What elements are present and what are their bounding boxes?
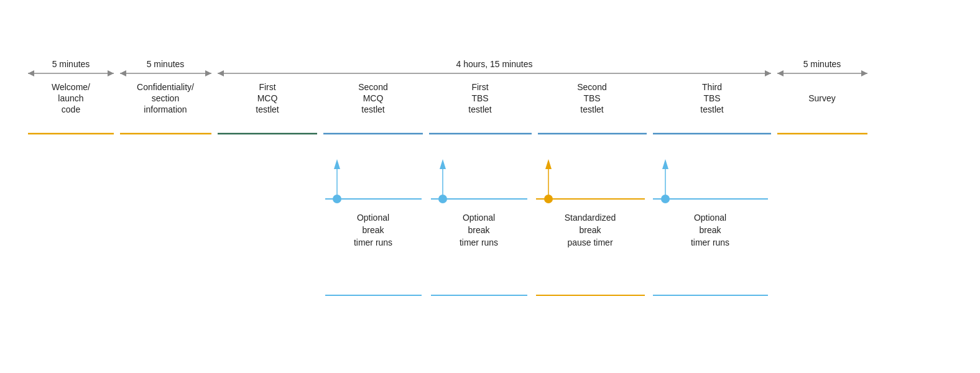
svg-text:TBS: TBS <box>703 93 720 103</box>
label-third-tbs: Third <box>702 82 722 92</box>
svg-text:5 minutes: 5 minutes <box>52 59 90 69</box>
svg-marker-13 <box>777 70 784 76</box>
svg-point-63 <box>661 195 670 203</box>
duration-main: 4 hours, 15 minutes <box>218 59 771 76</box>
svg-marker-9 <box>218 70 224 76</box>
svg-text:TBS: TBS <box>583 93 600 103</box>
svg-point-56 <box>544 195 553 203</box>
svg-text:section: section <box>152 93 179 103</box>
svg-marker-10 <box>765 70 771 76</box>
svg-text:testlet: testlet <box>700 104 723 114</box>
svg-text:timer runs: timer runs <box>354 237 392 247</box>
svg-point-49 <box>438 195 447 203</box>
svg-text:testlet: testlet <box>580 104 603 114</box>
label-second-mcq: Second <box>358 82 387 92</box>
label-confidentiality: Confidentiality/ <box>137 82 194 92</box>
svg-marker-62 <box>662 159 668 169</box>
svg-text:launch: launch <box>58 93 83 103</box>
svg-text:break: break <box>362 225 384 235</box>
svg-marker-55 <box>545 159 552 169</box>
svg-text:testlet: testlet <box>468 104 491 114</box>
svg-text:TBS: TBS <box>471 93 488 103</box>
svg-text:testlet: testlet <box>361 104 384 114</box>
svg-text:5 minutes: 5 minutes <box>147 59 185 69</box>
svg-marker-14 <box>861 70 867 76</box>
svg-text:4 hours, 15 minutes: 4 hours, 15 minutes <box>456 59 533 69</box>
duration-confidentiality: 5 minutes <box>120 59 211 76</box>
label-first-mcq: First <box>259 82 275 92</box>
break-label-3: Standardized <box>565 213 616 223</box>
timeline-svg: 5 minutes 5 minutes 4 hours, 15 minutes … <box>0 0 980 373</box>
svg-text:code: code <box>62 104 81 114</box>
svg-text:5 minutes: 5 minutes <box>803 59 841 69</box>
break-label-4: Optional <box>694 213 726 223</box>
svg-text:break: break <box>699 225 721 235</box>
break-label-2: Optional <box>463 213 495 223</box>
svg-text:break: break <box>579 225 601 235</box>
svg-text:timer runs: timer runs <box>460 237 498 247</box>
svg-marker-2 <box>108 70 114 76</box>
break-label-1: Optional <box>357 213 389 223</box>
svg-text:information: information <box>144 104 187 114</box>
svg-text:MCQ: MCQ <box>257 93 278 103</box>
label-survey: Survey <box>808 93 836 103</box>
label-first-tbs: First <box>471 82 488 92</box>
svg-text:pause timer: pause timer <box>567 237 612 247</box>
svg-text:timer runs: timer runs <box>691 237 729 247</box>
diagram-container: 5 minutes 5 minutes 4 hours, 15 minutes … <box>0 0 980 373</box>
svg-text:break: break <box>468 225 490 235</box>
svg-marker-5 <box>120 70 126 76</box>
svg-marker-41 <box>334 159 340 169</box>
svg-marker-1 <box>28 70 34 76</box>
duration-survey: 5 minutes <box>777 59 867 76</box>
svg-marker-48 <box>440 159 446 169</box>
svg-text:testlet: testlet <box>256 104 279 114</box>
svg-point-42 <box>333 195 341 203</box>
svg-marker-6 <box>205 70 211 76</box>
svg-text:MCQ: MCQ <box>363 93 384 103</box>
duration-welcome: 5 minutes <box>28 59 114 76</box>
label-second-tbs: Second <box>577 82 606 92</box>
label-welcome: Welcome/ <box>52 82 90 92</box>
